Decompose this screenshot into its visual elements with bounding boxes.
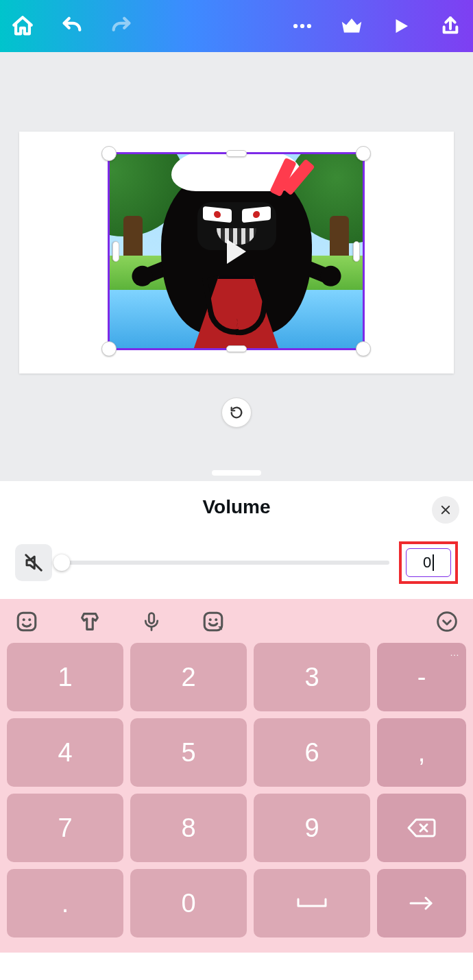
- canvas-page[interactable]: [19, 132, 454, 373]
- key-6[interactable]: 6: [254, 718, 370, 787]
- editor-canvas[interactable]: [0, 52, 473, 481]
- svg-rect-6: [149, 613, 154, 624]
- key-backspace[interactable]: [377, 794, 466, 862]
- key-dash[interactable]: …-: [377, 643, 466, 711]
- selected-video-element[interactable]: [108, 152, 365, 350]
- svg-point-0: [293, 24, 298, 28]
- keyboard-theme-icon[interactable]: [78, 610, 101, 633]
- key-2[interactable]: 2: [130, 643, 247, 711]
- key-8[interactable]: 8: [130, 794, 247, 862]
- svg-point-1: [300, 24, 304, 28]
- panel-drag-handle[interactable]: [212, 470, 261, 476]
- resize-handle-left[interactable]: [112, 241, 119, 262]
- share-button[interactable]: [437, 13, 463, 39]
- key-9[interactable]: 9: [254, 794, 370, 862]
- key-enter[interactable]: [377, 869, 466, 938]
- resize-handle-top[interactable]: [226, 150, 247, 157]
- resize-handle-top-left[interactable]: [101, 146, 117, 161]
- volume-value-input[interactable]: 0: [406, 548, 451, 577]
- volume-value-text: 0: [423, 554, 431, 572]
- volume-panel: Volume 0: [0, 481, 473, 599]
- key-comma[interactable]: ,: [377, 718, 466, 787]
- more-menu-button[interactable]: [289, 13, 315, 39]
- key-period[interactable]: .: [7, 869, 123, 938]
- key-5[interactable]: 5: [130, 718, 247, 787]
- play-overlay-icon[interactable]: [227, 239, 246, 264]
- resize-handle-bottom[interactable]: [226, 345, 247, 352]
- volume-slider-thumb[interactable]: [53, 554, 70, 571]
- key-1[interactable]: 1: [7, 643, 123, 711]
- key-4[interactable]: 4: [7, 718, 123, 787]
- rotate-button[interactable]: [221, 397, 252, 428]
- svg-point-4: [23, 618, 25, 621]
- svg-point-9: [215, 618, 217, 621]
- svg-point-5: [28, 618, 31, 621]
- highlight-annotation: 0: [399, 541, 458, 584]
- svg-rect-3: [18, 613, 36, 630]
- key-0[interactable]: 0: [130, 869, 247, 938]
- mute-toggle-button[interactable]: [15, 544, 52, 581]
- keyboard-emoji-icon[interactable]: [202, 610, 225, 633]
- resize-handle-bottom-left[interactable]: [101, 341, 117, 356]
- svg-point-8: [209, 618, 212, 621]
- numeric-keyboard: 1 2 3 …- 4 5 6 , 7 8 9 . 0: [0, 599, 473, 953]
- home-button[interactable]: [10, 13, 36, 39]
- svg-point-2: [307, 24, 311, 28]
- keyboard-collapse-button[interactable]: [436, 611, 458, 633]
- key-3[interactable]: 3: [254, 643, 370, 711]
- app-toolbar: [0, 0, 473, 52]
- resize-handle-top-right[interactable]: [356, 146, 371, 161]
- keyboard-sticker-icon[interactable]: [15, 610, 38, 633]
- close-panel-button[interactable]: [432, 496, 459, 524]
- undo-button[interactable]: [59, 13, 85, 39]
- volume-slider[interactable]: [62, 555, 389, 570]
- play-button[interactable]: [388, 13, 414, 39]
- key-7[interactable]: 7: [7, 794, 123, 862]
- keyboard-mic-icon[interactable]: [141, 610, 162, 633]
- key-space[interactable]: [254, 869, 370, 938]
- redo-button[interactable]: [108, 13, 134, 39]
- panel-title: Volume: [0, 496, 473, 518]
- resize-handle-right[interactable]: [353, 241, 360, 262]
- svg-point-10: [438, 613, 457, 631]
- resize-handle-bottom-right[interactable]: [356, 341, 371, 356]
- text-caret: [433, 554, 434, 571]
- video-thumbnail: [110, 154, 363, 348]
- crown-pro-button[interactable]: [339, 13, 365, 39]
